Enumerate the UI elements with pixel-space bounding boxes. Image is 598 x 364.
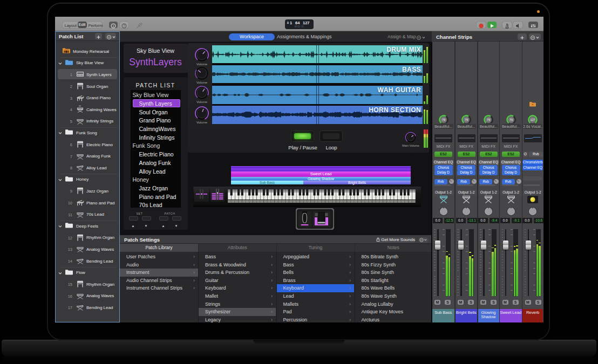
svg-text:127: 127 (531, 118, 535, 121)
svg-text:?: ? (123, 24, 125, 28)
svg-text:79: 79 (441, 118, 445, 121)
svg-text:79: 79 (487, 118, 490, 121)
svg-text:79: 79 (509, 118, 512, 121)
svg-text:79: 79 (465, 118, 468, 121)
